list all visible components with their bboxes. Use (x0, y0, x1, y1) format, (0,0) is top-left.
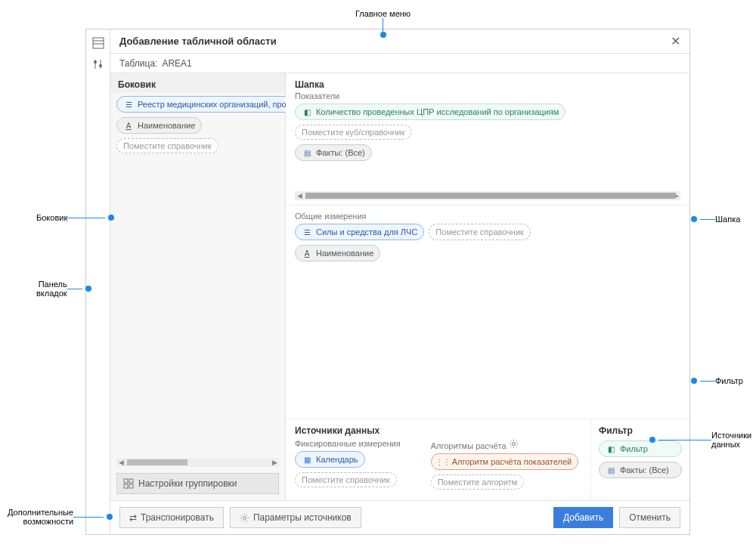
algo-placeholder-chip[interactable]: Поместите алгоритм (431, 474, 525, 490)
header-scrollbar[interactable]: ◀▶ (295, 191, 680, 200)
callout-label: Дополнительные возможности (8, 508, 73, 526)
table-label: Таблица: (119, 58, 157, 69)
fixed-title: Фиксированные измерения (295, 439, 401, 448)
gear-icon (240, 513, 249, 523)
dialog: Добавление табличной области ✕ Таблица: … (85, 29, 690, 535)
side-placeholder-chip[interactable]: Поместите справочник (116, 138, 218, 153)
algo-title: Алгоритмы расчёта (431, 439, 579, 450)
attribute-icon: A (123, 120, 134, 131)
side-chips: ☰Реестр медицинских организаций, провод … (110, 93, 285, 156)
chip-label: Поместите справочник (123, 141, 212, 150)
bottom-row: Источники данных Фиксированные измерения… (286, 419, 689, 500)
tab-table[interactable] (91, 36, 106, 51)
side-attr-chip[interactable]: AНаименование (116, 117, 202, 134)
algo-icon: ⋮⋮ (438, 456, 448, 467)
scroll-thumb[interactable] (305, 193, 676, 199)
svg-point-6 (99, 64, 102, 67)
dialog-footer: ⇄Транспонировать Параметры источников До… (110, 500, 689, 534)
reference-icon: ☰ (302, 227, 312, 237)
facts-chip[interactable]: ▤Факты: (Все) (295, 144, 372, 161)
grouping-settings-button[interactable]: Настройки группировки (116, 473, 279, 494)
cube-icon: ◧ (606, 444, 616, 454)
measures-title: Общие измерения (295, 212, 680, 221)
table-value: AREA1 (162, 58, 191, 69)
side-scrollbar[interactable]: ◀▶ (116, 458, 279, 467)
cancel-button[interactable]: Отменить (619, 507, 680, 528)
svg-point-5 (94, 60, 97, 63)
callout-filter: Фильтр (688, 376, 743, 385)
callout-mainmenu: Главное меню (355, 9, 411, 38)
callout-label: Шапка (715, 215, 740, 224)
dialog-body: Боковик ☰Реестр медицинских организаций,… (110, 73, 689, 500)
gear-icon[interactable] (509, 439, 519, 449)
button-label: Настройки группировки (138, 478, 237, 489)
svg-rect-9 (124, 484, 128, 488)
callout-tabs: Панель вкладок (36, 280, 94, 298)
measures-attr-chip[interactable]: AНаименование (295, 245, 380, 261)
chip-label: Алгоритм расчёта показателей (452, 457, 572, 466)
callout-shapka: Шапка (688, 215, 740, 224)
callout-label: Фильтр (715, 376, 743, 385)
measures-placeholder-chip[interactable]: Поместите справочник (429, 224, 531, 240)
cube-chip[interactable]: ◧Количество проведенных ЦПР исследований… (295, 104, 565, 120)
reference-icon: ☰ (123, 99, 134, 110)
svg-rect-8 (129, 479, 133, 483)
side-title: Боковик (110, 73, 285, 93)
side-ref-chip[interactable]: ☰Реестр медицинских организаций, провод (116, 96, 307, 113)
chip-label: Поместите куб/справочник (302, 128, 404, 137)
transpose-button[interactable]: ⇄Транспонировать (119, 507, 224, 528)
svg-rect-7 (124, 479, 128, 483)
side-panel: Боковик ☰Реестр медицинских организаций,… (110, 73, 286, 500)
svg-point-12 (243, 516, 246, 519)
button-label: Параметры источников (253, 512, 352, 523)
close-button[interactable]: ✕ (671, 34, 680, 48)
fixed-col: Фиксированные измерения ▦Календарь Помес… (295, 439, 401, 494)
measures-panel: Общие измерения ☰Силы и средства для ЛЧС… (286, 206, 689, 419)
algo-col: Алгоритмы расчёта ⋮⋮Алгоритм расчёта пок… (431, 439, 579, 494)
scroll-left-icon[interactable]: ◀ (295, 192, 304, 199)
ref-placeholder-chip[interactable]: Поместите справочник (295, 472, 397, 487)
cube-icon: ◧ (302, 107, 312, 117)
svg-rect-10 (129, 484, 133, 488)
chip-label: Наименование (316, 249, 373, 258)
callout-bokovik: Боковик (36, 213, 117, 222)
chip-label: Факты: (Все) (316, 148, 365, 157)
svg-rect-0 (93, 38, 104, 48)
callout-label: Боковик (36, 213, 67, 222)
grouping-icon (123, 478, 134, 489)
spacer (110, 156, 285, 456)
add-button[interactable]: Добавить (553, 507, 613, 528)
calendar-chip[interactable]: ▦Календарь (295, 451, 365, 468)
calendar-icon: ▦ (302, 454, 312, 465)
header-chips: ◧Количество проведенных ЦПР исследований… (295, 104, 680, 140)
scroll-left-icon[interactable]: ◀ (116, 459, 125, 466)
callout-label: Панель вкладок (36, 280, 67, 298)
transpose-icon: ⇄ (129, 512, 137, 523)
algo-chip[interactable]: ⋮⋮Алгоритм расчёта показателей (431, 453, 579, 470)
cube-placeholder-chip[interactable]: Поместите куб/справочник (295, 125, 411, 140)
header-sub: Показатели (295, 91, 680, 100)
scroll-thumb[interactable] (127, 459, 187, 465)
callout-label: Главное меню (355, 9, 411, 18)
facts-icon: ▤ (606, 465, 616, 475)
filter-facts-chip[interactable]: ▤Факты: (Все) (599, 462, 682, 478)
header-panel: Шапка Показатели ◧Количество проведенных… (286, 73, 689, 206)
scroll-right-icon[interactable]: ▶ (270, 459, 279, 466)
measures-ref-chip[interactable]: ☰Силы и средства для ЛЧС (295, 224, 424, 240)
tab-settings[interactable] (91, 57, 106, 72)
header-title: Шапка (295, 79, 680, 90)
chip-label: Поместите алгоритм (438, 478, 518, 487)
params-button[interactable]: Параметры источников (230, 507, 361, 528)
dialog-title: Добавление табличной области (119, 36, 277, 47)
chip-label: Факты: (Все) (620, 465, 669, 474)
facts-icon: ▤ (302, 147, 312, 158)
button-label: Добавить (563, 512, 603, 523)
button-label: Транспонировать (141, 512, 214, 523)
chip-label: Реестр медицинских организаций, провод (138, 100, 300, 109)
chip-label: Количество проведенных ЦПР исследований … (316, 107, 559, 116)
chip-label: Поместите справочник (435, 227, 524, 236)
callout-label: Источники данных (711, 431, 751, 449)
sources-panel: Источники данных Фиксированные измерения… (286, 419, 591, 500)
chip-label: Фильтр (620, 444, 648, 453)
attribute-icon: A (302, 248, 312, 258)
